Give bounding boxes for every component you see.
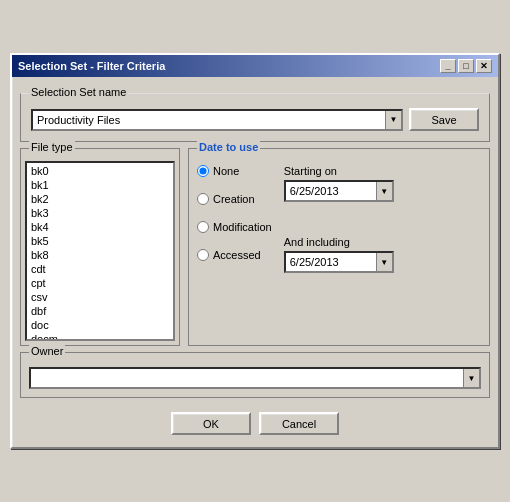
file-list-container: bk0bk1bk2bk3bk4bk5bk8cdtcptcsvdbfdocdocm… (25, 161, 175, 341)
list-item[interactable]: docm (28, 332, 172, 341)
selection-set-select[interactable]: Productivity Files (31, 109, 403, 131)
list-item[interactable]: bk2 (28, 192, 172, 206)
title-bar-buttons: _ □ ✕ (440, 59, 492, 73)
starting-on-container: Starting on 6/25/2013 (284, 165, 394, 202)
date-group: Date to use None Creation (188, 148, 490, 346)
and-including-container: And including 6/25/2013 (284, 236, 394, 273)
radio-modification[interactable]: Modification (197, 221, 272, 233)
list-item[interactable]: bk1 (28, 178, 172, 192)
dialog-body: Selection Set name Productivity Files Sa… (12, 77, 498, 447)
selection-set-label: Selection Set name (29, 86, 128, 98)
save-button[interactable]: Save (409, 108, 479, 131)
dialog: Selection Set - Filter Criteria _ □ ✕ Se… (10, 53, 500, 449)
starting-on-label: Starting on (284, 165, 394, 177)
list-item[interactable]: cdt (28, 262, 172, 276)
list-item[interactable]: dbf (28, 304, 172, 318)
radio-none[interactable]: None (197, 165, 272, 177)
radio-accessed-label: Accessed (213, 249, 261, 261)
list-item[interactable]: bk0 (28, 164, 172, 178)
minimize-button[interactable]: _ (440, 59, 456, 73)
and-including-select[interactable]: 6/25/2013 (284, 251, 394, 273)
owner-label: Owner (29, 345, 65, 357)
list-item[interactable]: bk3 (28, 206, 172, 220)
selection-set-group: Selection Set name Productivity Files Sa… (20, 93, 490, 142)
main-content: File type bk0bk1bk2bk3bk4bk5bk8cdtcptcsv… (20, 148, 490, 346)
selection-set-row: Productivity Files Save (31, 108, 479, 131)
list-item[interactable]: bk8 (28, 248, 172, 262)
file-list-inner: bk0bk1bk2bk3bk4bk5bk8cdtcptcsvdbfdocdocm… (27, 163, 173, 341)
dialog-title: Selection Set - Filter Criteria (18, 60, 165, 72)
button-row: OK Cancel (20, 404, 490, 439)
radio-accessed[interactable]: Accessed (197, 249, 272, 261)
and-including-wrapper: 6/25/2013 (284, 251, 394, 273)
and-including-label: And including (284, 236, 394, 248)
cancel-button[interactable]: Cancel (259, 412, 339, 435)
list-item[interactable]: csv (28, 290, 172, 304)
date-content: None Creation Modification Accessed (197, 161, 481, 273)
list-item[interactable]: bk4 (28, 220, 172, 234)
radio-creation-label: Creation (213, 193, 255, 205)
list-item[interactable]: doc (28, 318, 172, 332)
file-type-label: File type (29, 141, 75, 153)
radio-modification-input[interactable] (197, 221, 209, 233)
owner-select-wrapper (29, 367, 481, 389)
date-fields-col: Starting on 6/25/2013 And including (284, 161, 394, 273)
owner-select[interactable] (29, 367, 481, 389)
starting-on-select[interactable]: 6/25/2013 (284, 180, 394, 202)
title-bar: Selection Set - Filter Criteria _ □ ✕ (12, 55, 498, 77)
list-item[interactable]: cpt (28, 276, 172, 290)
radio-none-input[interactable] (197, 165, 209, 177)
file-list[interactable]: bk0bk1bk2bk3bk4bk5bk8cdtcptcsvdbfdocdocm… (25, 161, 175, 341)
radio-creation-input[interactable] (197, 193, 209, 205)
radio-modification-label: Modification (213, 221, 272, 233)
file-type-group: File type bk0bk1bk2bk3bk4bk5bk8cdtcptcsv… (20, 148, 180, 346)
radio-group: None Creation Modification Accessed (197, 165, 272, 273)
date-group-label: Date to use (197, 141, 260, 153)
radio-accessed-input[interactable] (197, 249, 209, 261)
radio-none-label: None (213, 165, 239, 177)
radio-creation[interactable]: Creation (197, 193, 272, 205)
close-button[interactable]: ✕ (476, 59, 492, 73)
list-item[interactable]: bk5 (28, 234, 172, 248)
ok-button[interactable]: OK (171, 412, 251, 435)
owner-group: Owner (20, 352, 490, 398)
starting-on-wrapper: 6/25/2013 (284, 180, 394, 202)
maximize-button[interactable]: □ (458, 59, 474, 73)
selection-set-select-wrapper: Productivity Files (31, 109, 403, 131)
